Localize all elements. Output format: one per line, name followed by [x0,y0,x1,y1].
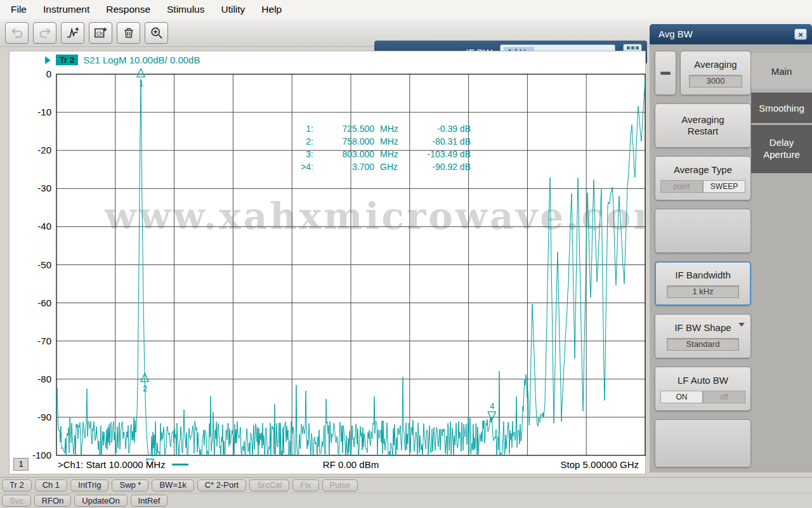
marker-readout-prefix: 3: [289,148,313,160]
average-type-sweep-option[interactable]: SWEEP [703,180,745,193]
plot-area[interactable]: 124 [10,51,646,475]
add-channel-icon: Ch [94,26,108,40]
y-axis-label: -90 [12,411,51,424]
marker-readout-unit: MHz [374,135,407,148]
add-channel-button[interactable]: Ch [89,22,112,44]
status-c-2-port[interactable]: C* 2-Port [197,479,246,492]
if-bandwidth-label: IF Bandwidth [675,270,731,281]
trash-icon [122,26,135,40]
status-rfon[interactable]: RFOn [34,495,72,507]
rf-power-label: RF 0.00 dBm [56,459,645,470]
status-srccal[interactable]: SrcCal [249,479,289,492]
add-trace-icon [66,26,80,40]
averaging-toggle-button[interactable] [655,51,676,95]
marker-glyph-1 [137,68,145,77]
tab-delay-aperture[interactable]: Delay Aperture [751,125,812,173]
status-bar-row-1: Tr 2Ch 1IntTrigSwp *BW=1kC* 2-PortSrcCal… [0,477,812,493]
y-axis-label: 0 [12,68,51,81]
undo-button[interactable] [5,22,29,44]
marker-readout-unit: MHz [374,122,407,135]
status-tr-2[interactable]: Tr 2 [2,479,32,492]
averaging-restart-label: Averaging Restart [674,114,732,137]
lf-auto-bw-off-option[interactable]: off [703,391,745,403]
menu-item-instrument[interactable]: Instrument [35,0,98,19]
lf-auto-bw-button[interactable]: LF Auto BW ON off [655,367,751,411]
lf-auto-bw-toggle: ON off [660,391,745,403]
y-axis-label: -30 [12,182,51,195]
marker-label-1: 1 [139,79,143,88]
y-axis-label: -40 [12,220,51,233]
menu-item-stimulus[interactable]: Stimulus [159,0,213,19]
tab-main[interactable]: Main [751,53,812,89]
status-bar-row-2: SvcRFOnUpdateOnIntRef [0,493,812,508]
menu-item-help[interactable]: Help [253,0,290,19]
lf-auto-bw-label: LF Auto BW [678,375,728,386]
y-axis-label: -20 [12,144,51,157]
average-type-toggle: point SWEEP [660,180,745,193]
if-bw-shape-label: IF BW Shape [674,322,731,334]
if-bw-shape-button[interactable]: IF BW Shape Standard [655,314,751,358]
marker-readout-prefix: >4: [289,160,313,173]
y-axis-label: -80 [12,373,51,386]
menu-bar: FileInstrumentResponseStimulusUtilityHel… [0,0,812,19]
status-updateon[interactable]: UpdateOn [74,495,127,507]
status-bw-1k[interactable]: BW=1k [152,479,193,492]
lf-auto-bw-on-option[interactable]: ON [660,391,703,403]
tool-buttons: Ch [5,22,168,44]
marker-readout-level: -0.39 dB [407,122,471,135]
marker-readout-unit: MHz [374,148,407,160]
marker-readout-level: -103.49 dB [407,148,471,160]
status-inttrig[interactable]: IntTrig [70,479,108,492]
close-icon[interactable]: × [794,29,807,40]
delete-button[interactable] [117,22,140,44]
if-bandwidth-button[interactable]: IF Bandwidth 1 kHz [655,261,751,306]
blank-button-2[interactable] [655,419,751,467]
avg-bw-panel: Avg BW × Averaging 3000 Averaging Restar… [650,24,812,472]
averaging-value: 3000 [689,75,742,88]
panel-header: Avg BW × [650,24,812,44]
blank-button-1[interactable] [655,209,751,253]
menu-item-utility[interactable]: Utility [213,0,253,19]
zoom-button[interactable] [145,22,168,44]
average-type-button[interactable]: Average Type point SWEEP [655,156,751,200]
menu-item-file[interactable]: File [3,0,35,19]
marker-readout-unit: GHz [374,160,407,173]
stop-frequency-label: Stop 5.00000 GHz [561,459,639,470]
average-type-label: Average Type [674,164,732,176]
panel-buttons: Averaging 3000 Averaging Restart Average… [655,51,751,476]
zoom-in-icon [150,26,164,40]
y-axis-label: -60 [12,297,51,309]
tab-smoothing[interactable]: Smoothing [751,93,812,123]
marker-readout-level: -80.31 dB [407,135,471,148]
trace-badge[interactable]: Tr 2 [56,55,78,65]
average-type-point-option[interactable]: point [660,180,703,193]
marker-readout-freq: 803.000 [313,148,374,160]
if-bw-shape-value: Standard [667,338,739,351]
status-fix[interactable]: Fix [292,479,318,492]
marker-readout-prefix: 2: [289,135,313,148]
undo-icon [10,26,24,40]
trace-header: Tr 2 S21 LogM 10.00dB/ 0.00dB [45,55,200,65]
y-axis-label: -10 [12,106,51,119]
svg-text:Ch: Ch [96,31,103,37]
status-pulse[interactable]: Pulse [322,479,358,492]
marker-readout-prefix: 1: [289,122,313,135]
averaging-label: Averaging [694,59,737,70]
marker-readout-freq: 758.000 [313,135,374,148]
marker-readout-level: -90.92 dB [407,160,471,173]
status-svc[interactable]: Svc [2,495,31,507]
status-swp[interactable]: Swp * [112,479,148,492]
status-ch-1[interactable]: Ch 1 [35,479,67,492]
marker-label-2: 2 [143,384,147,393]
redo-button[interactable] [33,22,56,44]
y-axis-label: -100 [12,449,51,462]
redo-icon [38,26,52,40]
status-intref[interactable]: IntRef [131,495,168,507]
add-trace-button[interactable] [61,22,84,44]
averaging-button[interactable]: Averaging 3000 [680,51,751,95]
menu-item-response[interactable]: Response [98,0,159,19]
minus-icon [660,72,671,75]
marker-readout: 1:725.500MHz-0.39 dB2:758.000MHz-80.31 d… [289,122,471,173]
averaging-restart-button[interactable]: Averaging Restart [655,103,751,148]
dropdown-arrow-icon [738,323,745,327]
